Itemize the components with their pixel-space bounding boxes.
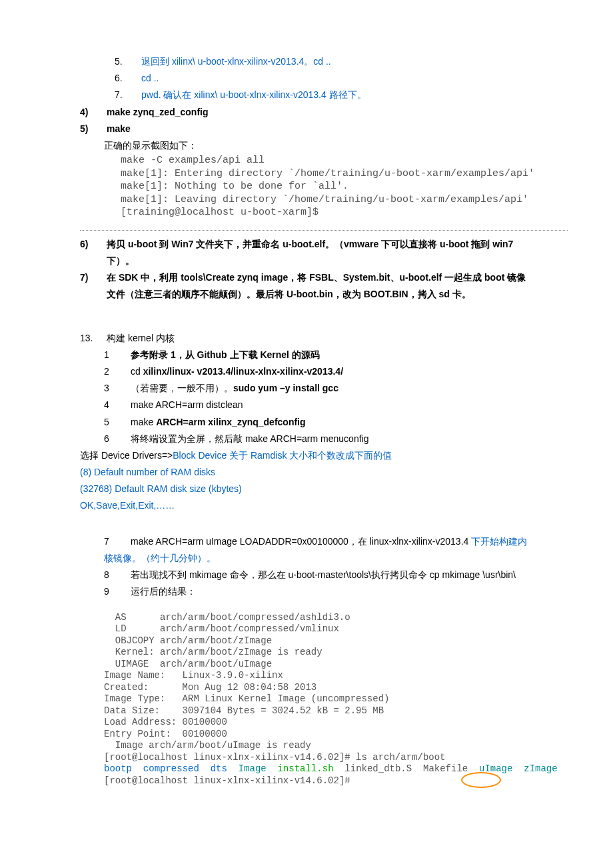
ls-bootp: bootp	[104, 763, 132, 774]
kernel-step-3: 3 （若需要，一般不用）。sudo yum –y install gcc	[80, 380, 533, 397]
num: 5	[104, 414, 131, 431]
num: 6.	[115, 70, 141, 87]
num: 7)	[80, 269, 107, 303]
kernel-step-1: 1 参考附录 1，从 Github 上下载 Kernel 的源码	[80, 347, 533, 363]
title: 构建 kernel 内核	[107, 330, 533, 347]
sub-item-5: 5. 退回到 xilinx\ u-boot-xlnx-xilinx-v2013.…	[80, 53, 533, 70]
kernel-step-8: 8若出现找不到 mkimage 命令，那么在 u-boot-master\too…	[80, 567, 533, 583]
num: 8	[104, 567, 131, 583]
ls-linked: linked_dtb.S	[344, 763, 412, 774]
num: 4)	[80, 104, 107, 121]
num: 3	[104, 380, 131, 397]
option-8: (8) Default number of RAM disks	[80, 464, 533, 481]
num: 5.	[115, 53, 141, 70]
num: 7.	[115, 87, 141, 103]
pre: （若需要，一般不用）。	[131, 383, 233, 393]
text-a: make ARCH=arm uImage LOADADDR=0x00100000…	[131, 536, 471, 547]
text: cd ..	[141, 70, 533, 87]
text: 在 SDK 中，利用 tools\Create zynq image，将 FSB…	[107, 269, 533, 303]
option-32768: (32768) Default RAM disk size (kbytes)	[80, 481, 533, 497]
kernel-step-5: 5 make ARCH=arm xilinx_zynq_defconfig	[80, 414, 533, 431]
step-5: 5) make	[80, 121, 533, 137]
ls-dts: dts	[211, 763, 227, 774]
ls-makefile: Makefile	[423, 763, 468, 774]
num: 9	[104, 583, 131, 600]
term-body: AS arch/arm/boot/compressed/ashldi3.o LD…	[104, 612, 445, 763]
path: xilinx/linux- v2013.4/linux-xlnx-xilinx-…	[143, 366, 343, 377]
pre: 选择 Device Drivers=>	[80, 450, 173, 461]
ls-install: install.sh	[278, 763, 334, 774]
step-4: 4) make zynq_zed_config	[80, 104, 533, 121]
text: make ARCH=arm distclean	[131, 397, 533, 413]
num: 6)	[80, 236, 107, 269]
ls-compressed: compressed	[143, 763, 199, 774]
desc: Block Device 关于 Ramdisk 大小和个数改成下面的值	[173, 450, 392, 461]
text: make zynq_zed_config	[107, 104, 533, 121]
num: 7	[104, 533, 131, 550]
text: make	[107, 121, 533, 137]
num: 13.	[80, 330, 107, 347]
pre: cd	[131, 366, 143, 377]
cmd: sudo yum –y install gcc	[233, 383, 338, 393]
num: 5)	[80, 121, 107, 137]
cmd: ARCH=arm xilinx_zynq_defconfig	[156, 417, 305, 427]
num: 4	[104, 397, 131, 413]
text: pwd. 确认在 xilinx\ u-boot-xlnx-xilinx-v201…	[141, 87, 533, 103]
pwd-desc: 确认在 xilinx\ u-boot-xlnx-xilinx-v2013.4 路…	[163, 89, 366, 100]
text: cd xilinx/linux- v2013.4/linux-xlnx-xili…	[131, 363, 533, 380]
step-6: 6) 拷贝 u-boot 到 Win7 文件夹下，并重命名 u-boot.elf…	[80, 236, 533, 269]
text: 运行后的结果：	[131, 583, 533, 600]
section-13-header: 13. 构建 kernel 内核	[80, 330, 533, 347]
kernel-step-9: 9 运行后的结果：	[80, 583, 533, 600]
ok-save-exit: OK,Save,Exit,Exit,……	[80, 497, 533, 514]
kernel-step-4: 4 make ARCH=arm distclean	[80, 397, 533, 413]
text: 参考附录 1，从 Github 上下载 Kernel 的源码	[131, 347, 533, 363]
num: 2	[104, 363, 131, 380]
step-5-desc: 正确的显示截图如下：	[80, 137, 533, 154]
step-7: 7) 在 SDK 中，利用 tools\Create zynq image，将 …	[80, 269, 533, 303]
highlight-circle-icon	[461, 772, 501, 788]
sub-item-6: 6. cd ..	[80, 70, 533, 87]
text: 退回到 xilinx\ u-boot-xlnx-xilinx-v2013.4。c…	[141, 53, 533, 70]
text: make ARCH=arm xilinx_zynq_defconfig	[131, 414, 533, 431]
text: 若出现找不到 mkimage 命令，那么在 u-boot-master\tool…	[131, 569, 516, 580]
kernel-step-2: 2 cd xilinx/linux- v2013.4/linux-xlnx-xi…	[80, 363, 533, 380]
text: 将终端设置为全屏，然后敲 make ARCH=arm menuconfig	[131, 431, 533, 447]
ls-image: Image	[239, 763, 267, 774]
text: 拷贝 u-boot 到 Win7 文件夹下，并重命名 u-boot.elf。（v…	[107, 236, 533, 269]
pwd-label: pwd.	[141, 89, 163, 100]
kernel-step-7: 7make ARCH=arm uImage LOADADDR=0x0010000…	[80, 533, 533, 567]
text: （若需要，一般不用）。sudo yum –y install gcc	[131, 380, 533, 397]
terminal-output-1: make -C examples/api all make[1]: Enteri…	[80, 154, 533, 219]
sub-item-7: 7. pwd. 确认在 xilinx\ u-boot-xlnx-xilinx-v…	[80, 87, 533, 103]
terminal-output-2: AS arch/arm/boot/compressed/ashldi3.o LD…	[80, 600, 533, 799]
divider	[80, 230, 568, 231]
num: 1	[104, 347, 131, 363]
kernel-step-6: 6 将终端设置为全屏，然后敲 make ARCH=arm menuconfig	[80, 431, 533, 447]
term-prompt: [root@localhost linux-xlnx-xilinx-v14.6.…	[104, 775, 356, 786]
ls-uimage: uImage	[479, 763, 512, 774]
device-drivers-choose: 选择 Device Drivers=>Block Device 关于 Ramdi…	[80, 447, 533, 464]
num: 6	[104, 431, 131, 447]
pre: make	[131, 417, 156, 427]
ls-zimage: zImage	[524, 763, 557, 774]
